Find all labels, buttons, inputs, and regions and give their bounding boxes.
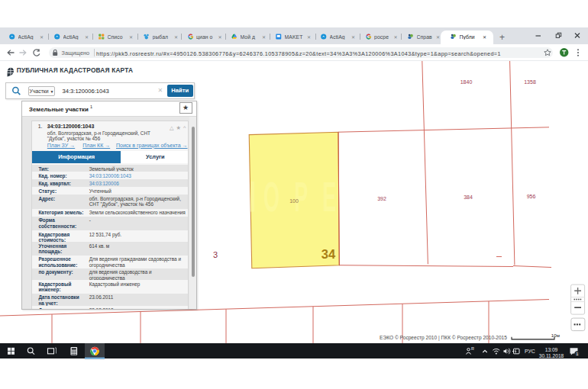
svg-text:384: 384 [464,194,473,200]
svg-text:1: 1 [576,351,578,355]
svg-text:30.11.2018: 30.11.2018 [539,352,564,358]
svg-text:3: 3 [213,250,218,259]
svg-text:10м: 10м [551,333,560,338]
svg-text:РУС: РУС [525,348,535,353]
svg-text:ЕЭКО © Росреестр 2010 | ПКК ©: ЕЭКО © Росреестр 2010 | ПКК © Росреестр … [380,335,507,341]
svg-text:100: 100 [289,198,299,204]
svg-text:392: 392 [377,196,386,201]
svg-text:13:09: 13:09 [545,347,558,352]
svg-text:R: R [471,346,474,351]
svg-text:1840: 1840 [460,79,473,85]
svg-text:ОРЕ: ОРЕ [263,174,351,220]
svg-text:1358: 1358 [524,79,536,85]
svg-text:956: 956 [527,194,536,199]
svg-text:34: 34 [321,247,336,261]
